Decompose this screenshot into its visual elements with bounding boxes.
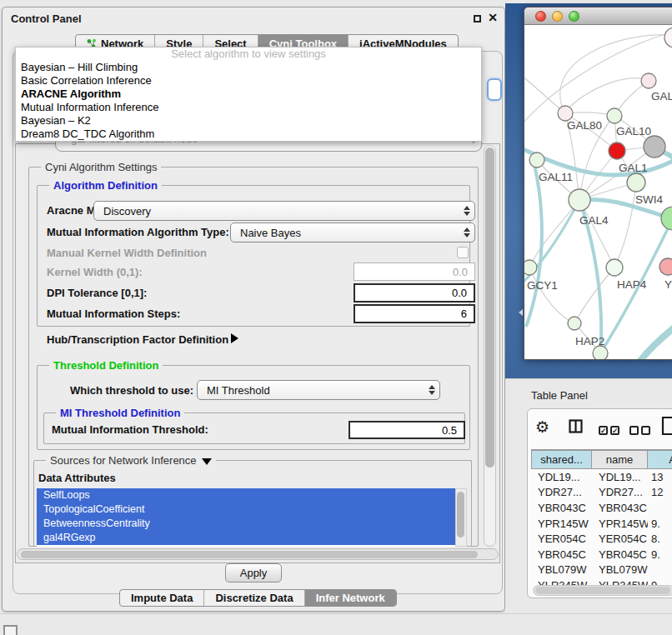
algorithm-combo-focus-edge[interactable] — [487, 78, 502, 101]
column-header-name[interactable]: name — [592, 450, 648, 469]
network-edge-highlighted[interactable] — [639, 323, 672, 360]
algorithm-option[interactable]: Mutual Information Inference — [16, 101, 481, 114]
network-graph-canvas[interactable]: GALGAL80GAL10GAL1GAL11SWI4GAL4GCY1HAP4YH… — [524, 25, 672, 360]
network-edge[interactable] — [564, 78, 649, 112]
data-attributes-list[interactable]: SelfLoopsTopologicalCoefficientBetweenne… — [37, 488, 455, 547]
table-row[interactable]: YPR145WYPR145W9. — [531, 516, 672, 532]
collapse-down-icon[interactable] — [202, 458, 212, 465]
scrollbar-thumb[interactable] — [21, 551, 478, 558]
combo-stepper-icon — [459, 228, 474, 238]
aracne-mode-combo[interactable]: Discovery — [93, 201, 475, 221]
network-node[interactable] — [524, 260, 537, 275]
show-columns-icon[interactable]: ✓✓ — [599, 422, 622, 438]
which-threshold-combo[interactable]: MI Threshold — [197, 380, 440, 400]
scrollbar-thumb[interactable] — [535, 587, 670, 594]
manual-kernel-checkbox[interactable] — [457, 247, 469, 258]
network-node[interactable] — [661, 207, 672, 230]
network-node[interactable] — [641, 73, 656, 88]
scrollbar-thumb[interactable] — [457, 492, 464, 538]
algorithm-option[interactable]: Basic Correlation Inference — [16, 74, 481, 88]
mi-steps-field[interactable]: 6 — [354, 304, 475, 323]
mi-type-combo[interactable]: Naive Bayes — [230, 222, 475, 242]
node-table: shared...nameA YDL19...YDL19...13YDR27..… — [531, 449, 672, 594]
attributes-list-scrollbar[interactable] — [455, 488, 467, 547]
dpi-tolerance-field[interactable]: 0.0 — [354, 283, 475, 302]
scrollbar-thumb[interactable] — [485, 148, 494, 468]
threshold-definition-title: Threshold Definition — [49, 359, 163, 372]
close-icon[interactable]: ✕ — [488, 11, 498, 24]
table-cell: YBR043C — [531, 502, 592, 514]
tab-discretize-data[interactable]: Discretize Data — [204, 590, 304, 606]
network-node[interactable] — [609, 142, 625, 159]
algorithm-option[interactable]: Bayesian – Hill Climbing — [16, 61, 481, 74]
float-window-icon[interactable] — [474, 15, 481, 22]
attribute-list-item[interactable]: gal4RGexp — [37, 531, 455, 545]
minimize-traffic-light-icon[interactable] — [552, 11, 563, 22]
mi-steps-label: Mutual Information Steps: — [47, 308, 180, 320]
bottom-dock-strip — [0, 613, 672, 635]
table-cell: 8. — [648, 532, 672, 545]
network-node[interactable] — [606, 259, 623, 276]
node-label: GAL11 — [539, 171, 573, 183]
hide-columns-icon[interactable] — [629, 422, 653, 438]
table-cell: YBR043C — [592, 502, 648, 514]
tab-infer-network[interactable]: Infer Network — [305, 590, 396, 606]
table-body: YDL19...YDL19...13YDR27...YDR27...12YBR0… — [531, 469, 672, 594]
split-columns-icon[interactable] — [569, 419, 583, 433]
attribute-list-item[interactable]: SelfLoops — [37, 488, 455, 502]
table-row[interactable]: YER054CYER054C8. — [531, 531, 672, 547]
network-edge-highlighted[interactable] — [526, 165, 542, 327]
algorithm-option[interactable]: ARACNE Algorithm — [16, 88, 481, 101]
table-row[interactable]: YBR045CYBR045C9. — [531, 547, 672, 562]
algorithm-definition-title: Algorithm Definition — [49, 179, 162, 192]
node-label: GCY1 — [527, 279, 558, 292]
expand-right-icon[interactable] — [231, 333, 238, 343]
attribute-list-item[interactable]: TopologicalCoefficient — [37, 502, 455, 517]
network-edge[interactable] — [579, 200, 614, 268]
network-node[interactable] — [644, 136, 665, 158]
mi-threshold-field[interactable]: 0.5 — [349, 421, 465, 439]
mi-type-label: Mutual Information Algorithm Type: — [47, 226, 229, 238]
minimized-panel-icon[interactable] — [3, 625, 18, 635]
network-node[interactable] — [627, 173, 645, 192]
network-node[interactable] — [593, 346, 608, 360]
network-node[interactable] — [529, 152, 544, 168]
zoom-traffic-light-icon[interactable] — [569, 11, 579, 22]
apply-button[interactable]: Apply — [225, 563, 282, 582]
column-header-a[interactable]: A — [648, 450, 672, 469]
gear-icon[interactable]: ⚙ — [535, 418, 549, 437]
node-label: GAL — [651, 90, 672, 102]
network-edge[interactable] — [524, 75, 565, 113]
network-edge[interactable] — [574, 268, 614, 323]
table-row[interactable]: YBL079WYBL079W — [531, 562, 672, 578]
close-traffic-light-icon[interactable] — [535, 11, 546, 22]
table-cell: 9. — [648, 548, 672, 561]
network-edge[interactable] — [529, 200, 579, 268]
network-node[interactable] — [607, 108, 622, 123]
network-window-titlebar[interactable] — [524, 8, 672, 25]
algorithm-popup-items: Bayesian – Hill ClimbingBasic Correlatio… — [16, 61, 481, 141]
column-header-shared[interactable]: shared... — [531, 450, 592, 469]
table-header-row: shared...nameA — [531, 449, 672, 469]
tab-impute-data[interactable]: Impute Data — [120, 590, 204, 606]
table-row[interactable]: YDL19...YDL19...13 — [531, 469, 672, 485]
network-node[interactable] — [569, 189, 590, 211]
network-node[interactable] — [664, 28, 672, 48]
node-label: HAP2 — [575, 335, 604, 348]
bottom-tab-bar: Impute DataDiscretize DataInfer Network — [119, 589, 397, 607]
table-row[interactable]: YBR043CYBR043C — [531, 500, 672, 516]
new-table-icon[interactable] — [661, 416, 672, 436]
network-node[interactable] — [659, 258, 672, 275]
table-horizontal-scrollbar[interactable] — [533, 585, 672, 596]
settings-horizontal-scrollbar[interactable] — [17, 548, 499, 560]
table-row[interactable]: YDR27...YDR27...12 — [531, 485, 672, 501]
algorithm-option[interactable]: Bayesian – K2 — [16, 114, 481, 128]
algorithm-option[interactable]: Dream8 DC_TDC Algorithm — [16, 128, 481, 141]
panel-splitter-handle-icon[interactable] — [519, 309, 523, 316]
network-node[interactable] — [568, 317, 581, 330]
kernel-width-field[interactable]: 0.0 — [354, 262, 475, 281]
attribute-list-item[interactable]: BetweennessCentrality — [37, 517, 455, 531]
settings-vertical-scrollbar[interactable] — [484, 145, 496, 547]
network-edge[interactable] — [614, 182, 636, 268]
sources-group-title: Sources for Network Inference — [46, 454, 216, 467]
